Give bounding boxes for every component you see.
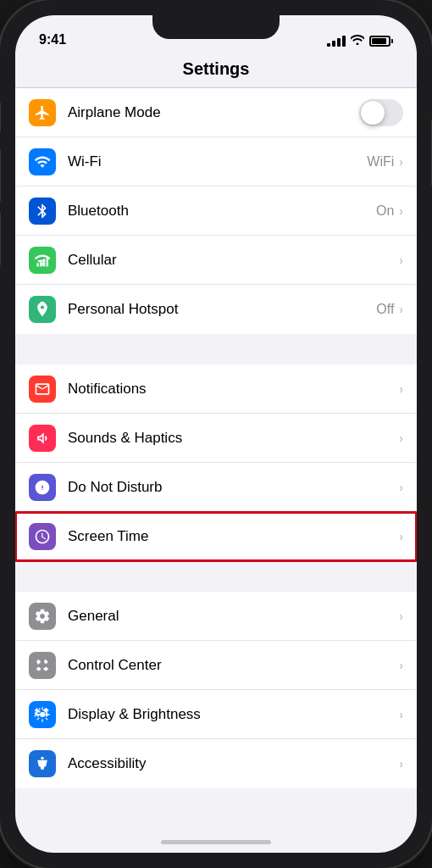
airplane-mode-icon [29, 99, 56, 126]
svg-rect-2 [43, 259, 46, 266]
wifi-row[interactable]: Wi-Fi WiFi › [15, 137, 417, 186]
cellular-icon [29, 247, 56, 274]
control-center-label: Control Center [68, 657, 399, 674]
status-icons [327, 34, 393, 47]
signal-icon [327, 36, 346, 47]
cellular-row[interactable]: Cellular › [15, 236, 417, 285]
page-header: Settings [15, 53, 417, 88]
screen-time-icon [29, 523, 56, 550]
personal-hotspot-chevron: › [399, 303, 403, 316]
page-title: Settings [183, 59, 250, 78]
svg-point-6 [44, 659, 47, 663]
general-chevron: › [399, 609, 403, 623]
sounds-label: Sounds & Haptics [68, 430, 399, 447]
volume-up-button[interactable] [0, 148, 1, 203]
general-icon [29, 603, 56, 630]
screen-time-chevron: › [399, 530, 403, 543]
bluetooth-label: Bluetooth [68, 203, 376, 220]
airplane-mode-row[interactable]: Airplane Mode [15, 88, 417, 137]
section-divider-1 [15, 334, 417, 364]
notifications-section: Notifications › Sounds & Haptics › [15, 364, 417, 561]
personal-hotspot-row[interactable]: Personal Hotspot Off › [15, 285, 417, 334]
volume-down-button[interactable] [0, 212, 1, 266]
notifications-chevron: › [399, 382, 403, 396]
hotspot-icon [29, 296, 56, 323]
notifications-row[interactable]: Notifications › [15, 364, 417, 414]
general-label: General [68, 608, 399, 625]
accessibility-chevron: › [399, 757, 403, 771]
home-indicator [161, 840, 271, 844]
svg-rect-1 [40, 260, 42, 266]
do-not-disturb-icon [29, 474, 56, 501]
svg-rect-3 [47, 256, 49, 266]
airplane-mode-toggle[interactable] [359, 99, 403, 126]
wifi-label: Wi-Fi [68, 153, 367, 170]
do-not-disturb-chevron: › [399, 481, 403, 494]
personal-hotspot-value: Off [376, 302, 394, 317]
do-not-disturb-row[interactable]: Do Not Disturb › [15, 463, 417, 512]
control-center-chevron: › [399, 659, 403, 672]
svg-point-11 [41, 757, 43, 760]
status-time: 9:41 [39, 32, 66, 47]
display-icon [29, 701, 56, 728]
wifi-status-icon [351, 34, 364, 47]
bluetooth-chevron: › [399, 204, 403, 218]
sounds-chevron: › [399, 431, 403, 445]
control-center-icon [29, 652, 56, 679]
control-center-row[interactable]: Control Center › [15, 641, 417, 690]
connectivity-section: Airplane Mode Wi-Fi WiFi › [15, 88, 417, 334]
svg-rect-0 [36, 263, 39, 266]
phone-frame: 9:41 [0, 0, 432, 868]
sounds-icon [29, 425, 56, 452]
bluetooth-icon [29, 198, 56, 225]
section-divider-2 [15, 561, 417, 592]
svg-point-4 [42, 303, 44, 305]
sounds-row[interactable]: Sounds & Haptics › [15, 414, 417, 463]
settings-content: Airplane Mode Wi-Fi WiFi › [15, 88, 417, 832]
display-brightness-label: Display & Brightness [68, 706, 399, 723]
screen-time-row[interactable]: Screen Time › [15, 512, 417, 561]
notifications-label: Notifications [68, 381, 399, 398]
cellular-label: Cellular [68, 252, 399, 269]
accessibility-icon [29, 750, 56, 777]
general-row[interactable]: General › [15, 592, 417, 641]
accessibility-label: Accessibility [68, 755, 399, 772]
display-brightness-row[interactable]: Display & Brightness › [15, 690, 417, 739]
notifications-icon [29, 376, 56, 403]
svg-point-10 [40, 712, 45, 717]
display-brightness-chevron: › [399, 708, 403, 721]
accessibility-row[interactable]: Accessibility › [15, 739, 417, 788]
cellular-chevron: › [399, 253, 403, 267]
wifi-icon [29, 148, 56, 175]
battery-icon [369, 36, 393, 47]
general-section: General › Cont [15, 592, 417, 788]
notch [152, 15, 280, 39]
bluetooth-row[interactable]: Bluetooth On › [15, 186, 417, 236]
screen-time-label: Screen Time [68, 528, 399, 545]
mute-button[interactable] [0, 102, 1, 132]
wifi-chevron: › [399, 155, 403, 169]
airplane-mode-label: Airplane Mode [68, 104, 359, 121]
personal-hotspot-label: Personal Hotspot [68, 301, 376, 318]
wifi-value: WiFi [367, 154, 394, 170]
do-not-disturb-label: Do Not Disturb [68, 479, 399, 496]
bluetooth-value: On [376, 203, 394, 219]
phone-screen: 9:41 [15, 15, 417, 853]
